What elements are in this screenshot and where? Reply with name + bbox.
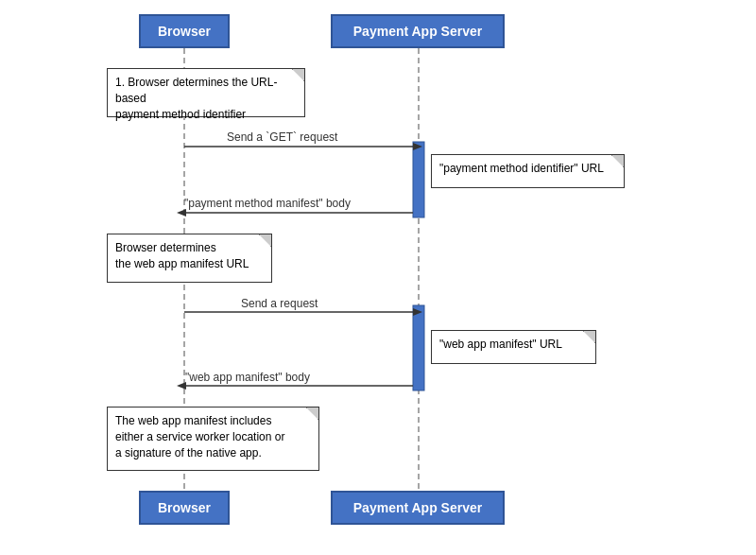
svg-marker-5 [413, 143, 422, 150]
arrow-send-request-label: Send a request [241, 297, 318, 310]
arrow-web-app-manifest-body-label: "web app manifest" body [185, 371, 310, 384]
server-actor-top: Payment App Server [331, 14, 505, 48]
note-web-app-manifest-includes: The web app manifest includeseither a se… [107, 407, 319, 471]
note-web-app-manifest-url: Browser determinesthe web app manifest U… [107, 234, 272, 283]
note-url-based-identifier: 1. Browser determines the URL-basedpayme… [107, 68, 305, 117]
server-actor-bottom: Payment App Server [331, 491, 505, 525]
svg-rect-2 [413, 142, 424, 217]
sequence-diagram: Browser Payment App Server Browser Payme… [0, 0, 756, 555]
browser-actor-top: Browser [139, 14, 230, 48]
svg-marker-7 [177, 209, 186, 217]
note-payment-method-identifier-url: "payment method identifier" URL [431, 154, 625, 188]
browser-actor-bottom: Browser [139, 491, 230, 525]
arrow-get-request-label: Send a `GET` request [227, 130, 337, 144]
svg-marker-9 [413, 308, 422, 316]
note-web-app-manifest-url-box: "web app manifest" URL [431, 330, 596, 364]
svg-rect-3 [413, 305, 424, 390]
arrow-payment-manifest-body-label: "payment method manifest" body [184, 197, 351, 210]
